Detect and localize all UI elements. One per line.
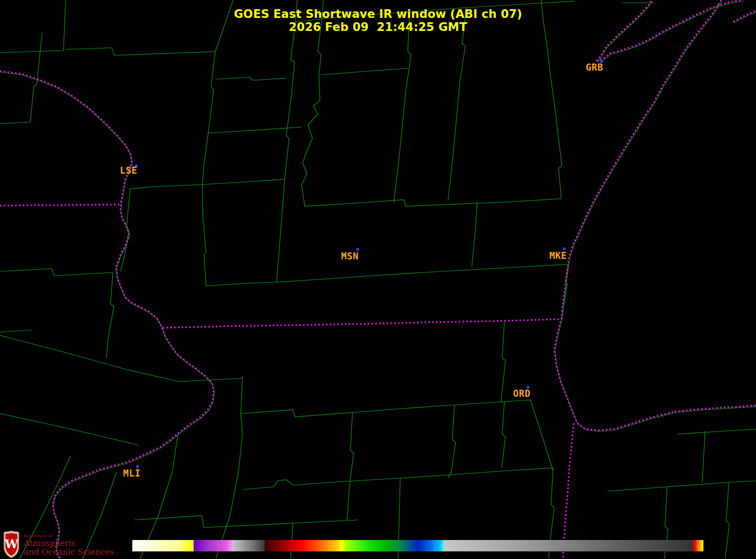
state-border-mn-ia-border: [0, 205, 120, 206]
county-boundary-line: [725, 482, 729, 559]
logo-name-line1: Atmospheric: [24, 539, 114, 548]
county-boundary-line: [106, 272, 114, 358]
aos-logo: W Department of Atmospheric and Oceanic …: [3, 530, 114, 558]
county-boundary-line: [501, 321, 505, 402]
county-boundary-line: [130, 185, 202, 189]
logo-dept-line: Department of: [24, 534, 114, 538]
logo-name-line2: and Oceanic Sciences: [24, 548, 114, 556]
county-boundary-line: [216, 77, 286, 80]
county-boundary-line: [0, 269, 113, 276]
station-label-MSN: MSN: [341, 252, 358, 261]
aos-logo-text: Department of Atmospheric and Oceanic Sc…: [24, 530, 114, 556]
timestamp: 2026 Feb 09 21:44:25 GMT: [0, 21, 756, 34]
satellite-image-viewer: GOES East Shortwave IR window (ABI ch 07…: [0, 0, 756, 559]
uw-crest-icon: W: [3, 530, 20, 558]
county-boundary-line: [134, 516, 358, 528]
county-boundary-line: [66, 48, 215, 55]
state-border-il-in-border: [563, 423, 574, 559]
county-boundary-line: [504, 400, 530, 402]
county-boundary-line: [202, 179, 285, 185]
county-boundary-line: [0, 330, 31, 332]
county-boundary-line: [206, 282, 277, 286]
county-boundary-line: [30, 33, 42, 122]
county-boundary-line: [0, 414, 138, 445]
county-boundary-line: [0, 335, 179, 382]
county-boundary-line: [277, 179, 285, 282]
image-title-block: GOES East Shortwave IR window (ABI ch 07…: [0, 8, 756, 34]
product-title: GOES East Shortwave IR window (ABI ch 07…: [0, 8, 756, 21]
county-boundary-line: [0, 122, 30, 124]
station-label-LSE: LSE: [120, 166, 137, 175]
temperature-colorbar: [132, 540, 703, 551]
county-boundary-line: [321, 68, 408, 75]
county-boundary-line: [472, 202, 477, 267]
shoreline-green-lake-michigan-shore: [555, 1, 722, 431]
svg-text:W: W: [4, 537, 18, 551]
county-boundary-line: [216, 376, 242, 559]
county-boundary-line: [702, 431, 705, 482]
county-boundary-line: [347, 412, 354, 520]
county-boundary-line: [202, 185, 206, 286]
county-boundary-line: [607, 481, 756, 491]
county-boundary-line: [448, 8, 466, 201]
county-boundary-line: [208, 127, 302, 133]
shoreline-green-mississippi-river: [1, 72, 214, 559]
station-label-MKE: MKE: [549, 251, 567, 261]
county-boundary-line: [394, 12, 411, 203]
station-label-ORD: ORD: [513, 389, 530, 398]
county-boundary-line: [277, 264, 568, 282]
county-boundary-line: [530, 400, 553, 471]
county-boundary-line: [243, 478, 400, 490]
county-boundary-line: [677, 429, 756, 434]
state-border-mississippi-river: [0, 71, 214, 559]
county-boundary-line: [241, 402, 504, 417]
county-boundary-line: [358, 199, 561, 206]
county-boundary-line: [502, 402, 505, 468]
station-label-GRB: GRB: [586, 63, 603, 72]
county-boundary-line: [202, 52, 215, 185]
county-boundary-line: [448, 405, 456, 478]
map-overlay-svg: [0, 0, 756, 559]
county-boundary-line: [400, 468, 553, 478]
state-border-lake-michigan-shore: [554, 0, 721, 430]
state-border-wi-il-border: [163, 319, 562, 328]
state-border-lake-bottom-east-line: [675, 405, 756, 411]
station-label-MLI: MLI: [123, 469, 140, 478]
